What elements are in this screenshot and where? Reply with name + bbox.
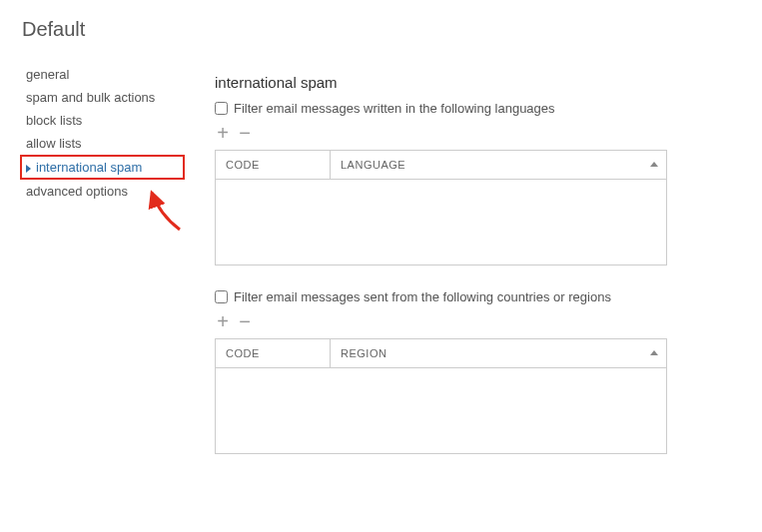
sidebar: Default general spam and bulk actions bl… (20, 18, 185, 478)
filter-regions-checkbox[interactable] (215, 290, 228, 303)
languages-table-body (216, 180, 666, 265)
regions-table-header: CODE REGION (216, 339, 666, 368)
regions-col-code[interactable]: CODE (216, 339, 331, 367)
remove-region-button[interactable]: − (237, 314, 253, 328)
sidebar-item-general[interactable]: general (20, 63, 185, 86)
languages-table-header: CODE LANGUAGE (216, 151, 666, 180)
caret-right-icon (26, 165, 31, 173)
section-title: international spam (215, 74, 742, 91)
sort-asc-icon (650, 162, 658, 167)
languages-col-language[interactable]: LANGUAGE (331, 151, 666, 179)
languages-table: CODE LANGUAGE (215, 150, 667, 266)
nav-list: general spam and bulk actions block list… (20, 63, 185, 203)
languages-col-code[interactable]: CODE (216, 151, 331, 179)
regions-toolbar: + − (215, 314, 742, 328)
sidebar-item-international-spam[interactable]: international spam (20, 155, 185, 180)
sidebar-item-spam-bulk[interactable]: spam and bulk actions (20, 86, 185, 109)
regions-table: CODE REGION (215, 338, 667, 454)
filter-languages-row: Filter email messages written in the fol… (215, 101, 742, 116)
regions-col-region[interactable]: REGION (331, 339, 666, 367)
sidebar-item-block-lists[interactable]: block lists (20, 109, 185, 132)
add-region-button[interactable]: + (215, 314, 231, 328)
remove-language-button[interactable]: − (237, 126, 253, 140)
filter-languages-label: Filter email messages written in the fol… (234, 101, 555, 116)
sidebar-item-advanced-options[interactable]: advanced options (20, 180, 185, 203)
regions-table-body (216, 368, 666, 453)
sidebar-item-allow-lists[interactable]: allow lists (20, 132, 185, 155)
filter-languages-checkbox[interactable] (215, 102, 228, 115)
filter-regions-label: Filter email messages sent from the foll… (234, 289, 611, 304)
languages-col-language-label: LANGUAGE (341, 159, 405, 171)
sort-asc-icon (650, 350, 658, 355)
add-language-button[interactable]: + (215, 126, 231, 140)
regions-col-region-label: REGION (341, 347, 386, 359)
sidebar-item-label: international spam (36, 160, 142, 175)
page-title: Default (20, 18, 185, 41)
main-panel: international spam Filter email messages… (215, 18, 742, 478)
filter-regions-row: Filter email messages sent from the foll… (215, 289, 742, 304)
languages-toolbar: + − (215, 126, 742, 140)
